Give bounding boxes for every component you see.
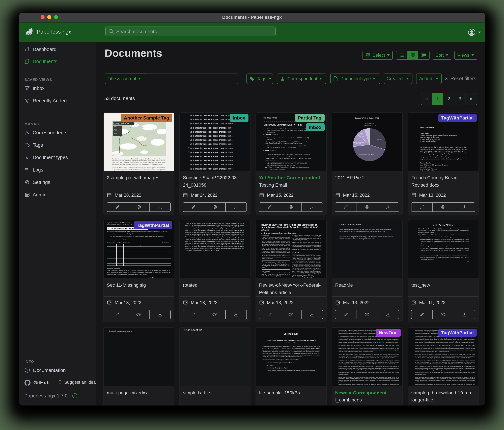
svg-text:?: ?	[26, 368, 28, 372]
svg-text:#: #	[26, 155, 28, 160]
svg-text:i: i	[74, 394, 75, 398]
